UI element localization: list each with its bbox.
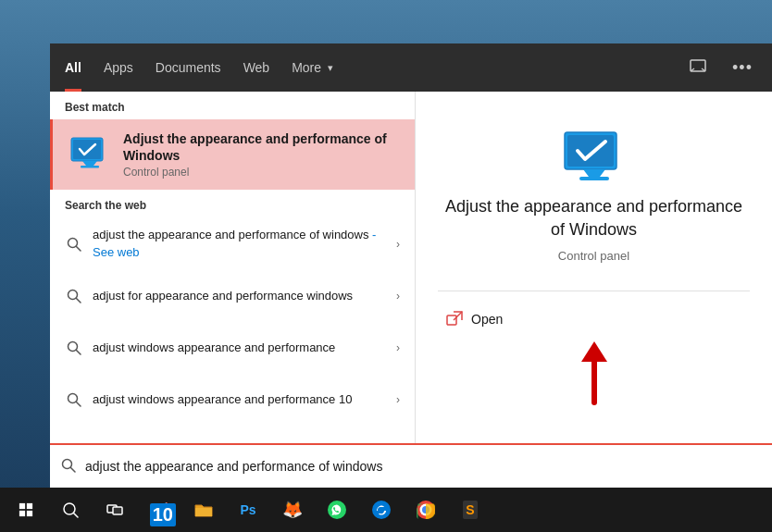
taskbar-firefox[interactable]: 🦊 [270,488,315,532]
red-arrow-icon [567,338,622,412]
svg-rect-14 [567,135,614,167]
svg-line-12 [77,402,81,406]
search-result-item-2[interactable]: adjust for appearance and performance wi… [50,270,415,322]
open-label: Open [471,312,503,327]
search-bar-icon [61,458,76,476]
svg-rect-30 [113,507,122,514]
svg-rect-23 [19,503,25,509]
overflow-menu-button[interactable]: ••• [728,53,757,82]
taskbar-whatsapp[interactable] [315,488,359,532]
left-panel: Best match Adjust the appearance and [50,92,416,443]
nav-tabs-left: All Apps Documents Web More ▾ [65,43,333,92]
search-result-icon-1 [65,235,83,254]
svg-rect-31 [195,508,212,516]
photoshop-icon: Ps [240,502,255,517]
divider [438,291,750,291]
svg-line-10 [77,350,81,354]
svg-marker-15 [583,169,605,177]
nav-tabs: All Apps Documents Web More ▾ [50,43,772,92]
best-match-icon [68,136,112,173]
search-result-text-2: adjust for appearance and performance wi… [93,288,387,304]
svg-rect-24 [27,503,32,509]
svg-rect-4 [81,166,99,168]
best-match-text: Adjust the appearance and performance of… [123,130,400,179]
arrow-annotation [567,338,622,412]
search-result-text-1: adjust the appearance and performance of… [93,227,387,260]
best-match-item[interactable]: Adjust the appearance and performance of… [50,119,415,190]
search-web-label: Search the web [50,190,415,217]
start-icon [19,502,33,517]
chevron-right-icon-4: › [396,393,400,406]
svg-rect-17 [447,315,456,325]
svg-point-33 [372,501,391,519]
taskbar-folder[interactable] [181,488,226,532]
taskbar: 🛒 10 Ps 🦊 S [0,488,772,532]
whatsapp-icon [328,501,346,519]
taskbar-photoshop[interactable]: Ps [226,488,270,532]
right-panel-subtitle: Control panel [558,249,629,263]
search-result-icon-2 [65,287,83,305]
taskbar-taskview[interactable] [93,488,137,532]
search-input[interactable] [85,459,761,474]
taskview-icon [106,501,123,518]
svg-marker-3 [82,161,97,166]
firefox-icon: 🦊 [282,500,303,520]
svg-rect-2 [73,140,101,159]
edge-icon [372,501,391,519]
open-button[interactable]: Open [438,310,503,328]
best-match-subtitle: Control panel [123,166,400,179]
search-result-text-3: adjust windows appearance and performanc… [93,340,387,356]
svg-line-28 [74,513,79,518]
taskbar-store[interactable]: 🛒 10 [137,488,181,532]
search-results: adjust the appearance and performance of… [50,217,415,443]
chevron-right-icon-1: › [396,238,400,251]
best-match-label: Best match [50,92,415,119]
taskbar-edge[interactable] [359,488,404,532]
right-panel-computer-icon [557,129,631,192]
right-panel: Adjust the appearance and performance of… [416,92,772,443]
svg-rect-26 [27,511,32,516]
more-dots-icon: ••• [732,58,753,78]
chrome-icon [417,501,435,519]
open-icon [445,310,464,328]
svg-line-8 [77,298,81,303]
taskbar-chrome[interactable] [404,488,448,532]
folder-icon [194,501,213,518]
computer-icon [68,136,112,173]
chevron-down-icon: ▾ [328,62,333,74]
search-menu: All Apps Documents Web More ▾ [50,43,772,488]
svg-line-6 [77,246,81,251]
search-result-item-3[interactable]: adjust windows appearance and performanc… [50,322,415,374]
search-result-item-4[interactable]: adjust windows appearance and performanc… [50,374,415,426]
tab-more[interactable]: More ▾ [292,43,333,92]
tab-web[interactable]: Web [243,43,270,92]
nav-tabs-right: ••• [683,53,757,82]
sublime-icon: S [463,501,477,519]
feedback-icon [690,59,706,76]
search-result-item-1[interactable]: adjust the appearance and performance of… [50,217,415,269]
chevron-right-icon-2: › [396,290,400,303]
tab-apps[interactable]: Apps [104,43,133,92]
svg-line-22 [71,467,76,472]
tab-all[interactable]: All [65,43,81,92]
right-panel-icon [557,129,631,195]
best-match-title: Adjust the appearance and performance of… [123,130,400,164]
feedback-button[interactable] [683,53,713,82]
search-bar [50,443,772,488]
tab-documents[interactable]: Documents [156,43,221,92]
taskbar-search-icon [62,501,79,518]
taskbar-sublime[interactable]: S [448,488,492,532]
svg-rect-16 [579,177,609,180]
chevron-right-icon-3: › [396,341,400,354]
right-panel-title: Adjust the appearance and performance of… [438,195,750,241]
main-content: Best match Adjust the appearance and [50,92,772,443]
search-result-icon-4 [65,390,83,409]
taskbar-search-button[interactable] [48,488,93,532]
svg-marker-20 [581,341,607,362]
search-result-text-4: adjust windows appearance and performanc… [93,391,387,408]
start-button[interactable] [4,488,48,532]
store-badge: 10 [150,503,176,526]
svg-rect-25 [19,511,25,516]
search-result-icon-3 [65,339,83,357]
